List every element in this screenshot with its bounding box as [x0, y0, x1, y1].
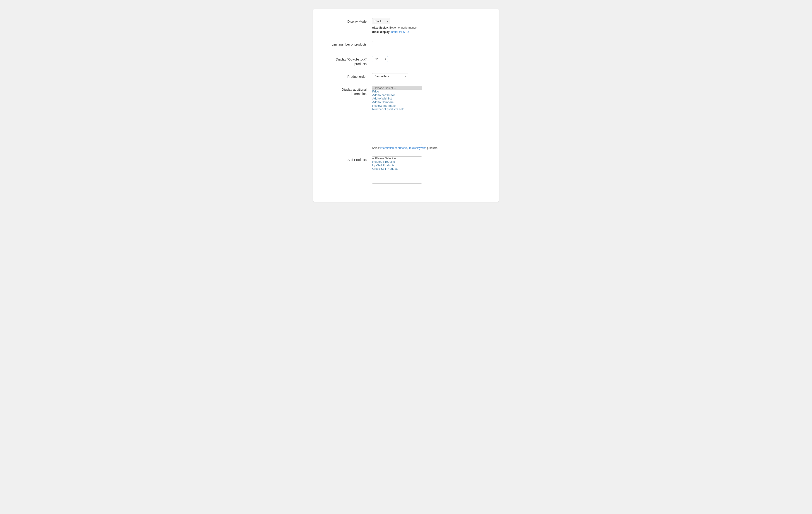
additional-info-multiselect-container: -- Please Select -- Price Add to cart bu…: [372, 86, 485, 149]
product-order-label: Product order: [327, 73, 372, 79]
additional-info-placeholder-option[interactable]: -- Please Select --: [372, 86, 422, 90]
add-products-related-option[interactable]: Related Products: [372, 160, 422, 164]
limit-products-control: [372, 41, 485, 49]
out-of-stock-select[interactable]: No Yes: [372, 56, 388, 62]
out-of-stock-control: No Yes ▼: [372, 56, 485, 62]
additional-info-add-to-wishlist-option[interactable]: Add to Wishlist: [372, 97, 422, 101]
display-mode-control: Block Ajax ▼ Ajax display: Better for pe…: [372, 18, 485, 34]
settings-card: Display Mode Block Ajax ▼ Ajax display: …: [313, 9, 499, 202]
add-products-placeholder-option[interactable]: -- Please Select --: [372, 156, 422, 160]
add-products-control: -- Please Select -- Related Products Up-…: [372, 156, 485, 183]
additional-info-row: Display additional information -- Please…: [327, 86, 485, 149]
out-of-stock-row: Display "Out-of-stock" products No Yes ▼: [327, 56, 485, 66]
display-mode-label: Display Mode: [327, 18, 372, 24]
product-order-row: Product order Bestsellers Random Newest …: [327, 73, 485, 79]
additional-info-hint-text-link: information or button(s) to display with: [380, 146, 426, 149]
additional-info-control: -- Please Select -- Price Add to cart bu…: [372, 86, 485, 149]
ajax-hint-value: Better for performance.: [389, 26, 417, 29]
add-products-multiselect[interactable]: -- Please Select -- Related Products Up-…: [372, 156, 422, 183]
product-order-select[interactable]: Bestsellers Random Newest Name Price: [372, 73, 408, 79]
display-mode-select[interactable]: Block Ajax: [372, 18, 390, 24]
add-products-label: Add Products: [327, 156, 372, 162]
add-products-row: Add Products -- Please Select -- Related…: [327, 156, 485, 183]
additional-info-multiselect[interactable]: -- Please Select -- Price Add to cart bu…: [372, 86, 422, 145]
display-mode-select-wrapper: Block Ajax ▼: [372, 18, 390, 24]
product-order-select-wrapper: Bestsellers Random Newest Name Price ▼: [372, 73, 408, 79]
ajax-hint-label: Ajax display: [372, 26, 388, 29]
additional-info-add-to-cart-option[interactable]: Add to cart button: [372, 93, 422, 97]
add-products-upsell-option[interactable]: Up-Sell Products: [372, 164, 422, 167]
block-hint-value: Better for SEO: [391, 30, 409, 33]
additional-info-sold-option[interactable]: Number of products sold: [372, 108, 422, 111]
additional-info-price-option[interactable]: Price: [372, 90, 422, 93]
limit-products-input[interactable]: [372, 41, 485, 49]
ajax-hint-colon: :: [388, 26, 389, 29]
product-order-control: Bestsellers Random Newest Name Price ▼: [372, 73, 485, 79]
display-mode-hint: Ajax display: Better for performance. Bl…: [372, 26, 485, 34]
add-products-crosssell-option[interactable]: Cross-Sell Products: [372, 167, 422, 171]
additional-info-add-to-compare-option[interactable]: Add to Compare: [372, 101, 422, 104]
display-mode-row: Display Mode Block Ajax ▼ Ajax display: …: [327, 18, 485, 34]
additional-info-hint: Select information or button(s) to displ…: [372, 146, 485, 149]
additional-info-review-option[interactable]: Review information: [372, 104, 422, 108]
limit-products-label: Limit number of products: [327, 41, 372, 47]
out-of-stock-label: Display "Out-of-stock" products: [327, 56, 372, 66]
out-of-stock-select-wrapper: No Yes ▼: [372, 56, 388, 62]
additional-info-hint-text-suffix: products.: [426, 146, 438, 149]
block-hint-label: Block display: [372, 30, 389, 33]
additional-info-hint-text-prefix: Select: [372, 146, 380, 149]
additional-info-label: Display additional information: [327, 86, 372, 96]
limit-products-row: Limit number of products: [327, 41, 485, 49]
